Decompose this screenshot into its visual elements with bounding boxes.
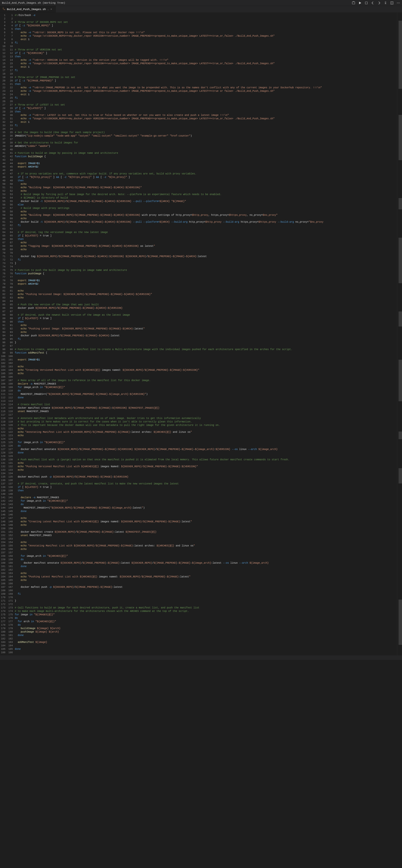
- minimap[interactable]: [397, 13, 402, 655]
- more-icon[interactable]: [397, 1, 400, 5]
- title-toolbar: [352, 1, 400, 5]
- editor[interactable]: 1 1 2 2 3 3 4 4 5 5 6 6 7 7 8 8 9 9 10 1…: [0, 13, 402, 655]
- pin-icon[interactable]: [384, 1, 387, 5]
- svg-point-5: [398, 2, 399, 3]
- svg-point-6: [399, 2, 400, 3]
- tab-active[interactable]: Build_And_Push_Images.sh … ×: [0, 6, 56, 12]
- svg-point-8: [4, 9, 5, 10]
- svg-point-7: [3, 8, 4, 9]
- open-file-icon[interactable]: [352, 1, 355, 5]
- code-content[interactable]: #!/bin/bash -e # Throw error if DOCKER_R…: [15, 13, 397, 655]
- svg-rect-0: [352, 2, 355, 4]
- forward-icon[interactable]: [377, 1, 381, 5]
- back-icon[interactable]: [371, 1, 374, 5]
- tab-bar: Build_And_Push_Images.sh … ×: [0, 6, 402, 13]
- tab-label: Build_And_Push_Images.sh: [7, 8, 46, 11]
- line-gutter: 1 1 2 2 3 3 4 4 5 5 6 6 7 7 8 8 9 9 10 1…: [0, 13, 15, 655]
- window-title: Build_And_Push_Images.sh (Working Tree): [2, 1, 65, 4]
- stop-icon[interactable]: [365, 1, 368, 5]
- svg-rect-1: [365, 2, 368, 4]
- git-diff-icon: [2, 7, 5, 11]
- tab-suffix: …: [47, 8, 49, 11]
- close-icon[interactable]: ×: [51, 8, 53, 11]
- play-icon[interactable]: [358, 1, 362, 5]
- split-icon[interactable]: [390, 1, 394, 5]
- title-bar: Build_And_Push_Images.sh (Working Tree): [0, 0, 402, 6]
- svg-point-4: [397, 2, 398, 3]
- status-bar: [0, 655, 402, 660]
